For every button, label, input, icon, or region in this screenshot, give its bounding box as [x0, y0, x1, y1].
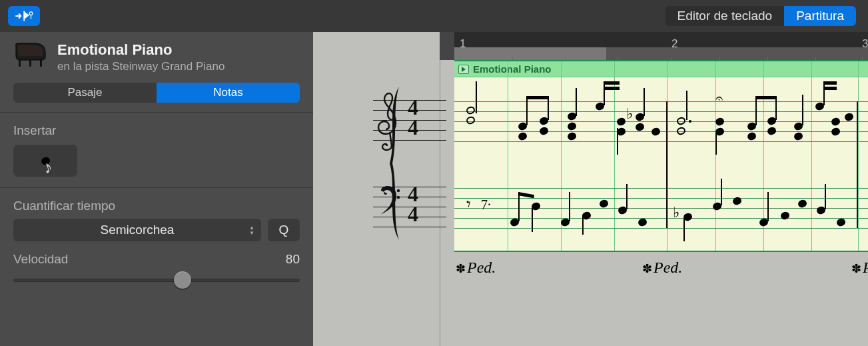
track-subtitle: en la pista Steinway Grand Piano	[57, 60, 224, 73]
score-area: Editor de teclado Partitura 1 2 3	[313, 0, 868, 346]
region-notes-segmented: Pasaje Notas	[0, 79, 313, 112]
bass-clef-icon	[376, 185, 401, 216]
midi-region[interactable]: Emotional Piano	[454, 60, 868, 252]
time-sig-denominator: 4	[408, 117, 418, 137]
tab-keyboard-editor[interactable]: Editor de teclado	[665, 6, 785, 26]
quantize-label: Cuantificar tiempo	[0, 196, 313, 216]
barline	[857, 101, 858, 228]
track-info: Emotional Piano en la pista Steinway Gra…	[57, 41, 224, 73]
bar-ruler[interactable]: 1 2 3	[440, 32, 868, 60]
time-sig-denominator: 4	[408, 204, 418, 224]
slider-track	[13, 279, 300, 282]
treble-clef-icon	[376, 89, 402, 153]
score-editor-root: Emotional Piano en la pista Steinway Gra…	[0, 0, 868, 346]
score-paper[interactable]: 4 4 4 4 Emotional Piano	[313, 60, 868, 346]
pedal-mark: Ped.	[456, 259, 496, 277]
playhead-gutter	[440, 32, 454, 60]
clef-area: 4 4 4 4	[366, 87, 446, 240]
ruler-region-played	[454, 47, 606, 60]
eighth-note-icon: ♪	[40, 156, 51, 165]
inspector-top-strip	[0, 0, 313, 32]
velocity-slider[interactable]	[13, 273, 300, 287]
slider-knob[interactable]	[174, 271, 191, 289]
svg-point-7	[397, 196, 400, 199]
view-mode-tabs: Editor de teclado Partitura	[313, 0, 868, 32]
catch-playhead-button[interactable]	[8, 6, 40, 26]
pedal-mark: Ped.	[642, 259, 682, 277]
track-header: Emotional Piano en la pista Steinway Gra…	[0, 32, 313, 79]
insert-label: Insertar	[0, 121, 313, 141]
tab-region[interactable]: Pasaje	[13, 83, 157, 103]
grand-piano-icon	[13, 41, 48, 68]
svg-rect-3	[19, 60, 21, 67]
velocity-value: 80	[286, 252, 300, 267]
quantize-value-text: Semicorchea	[101, 223, 175, 237]
region-play-button[interactable]	[458, 65, 469, 74]
tab-notes[interactable]: Notas	[157, 83, 300, 103]
bar-number: 1	[460, 37, 466, 51]
quantize-apply-button[interactable]: Q	[268, 219, 300, 241]
time-sig-numerator: 4	[408, 97, 418, 117]
velocity-label: Velocidad	[13, 252, 68, 267]
svg-rect-5	[29, 60, 31, 67]
svg-rect-4	[40, 60, 42, 67]
region-name: Emotional Piano	[473, 63, 552, 75]
svg-point-6	[397, 189, 400, 192]
bar-number: 3	[862, 37, 868, 51]
catch-playhead-icon	[14, 9, 34, 23]
svg-rect-2	[31, 15, 31, 19]
track-title: Emotional Piano	[57, 41, 224, 59]
insert-note-value-select[interactable]: ♪ ▲▼	[13, 145, 77, 177]
barline	[666, 101, 667, 228]
tab-score[interactable]: Partitura	[784, 6, 856, 26]
inspector-panel: Emotional Piano en la pista Steinway Gra…	[0, 0, 313, 346]
quantize-value-select[interactable]: Semicorchea ▲▼	[13, 219, 261, 241]
region-header[interactable]: Emotional Piano	[454, 61, 868, 77]
pedal-mark: Ped.	[851, 259, 868, 277]
divider	[0, 187, 313, 188]
svg-point-1	[29, 12, 33, 15]
time-sig-numerator: 4	[408, 184, 418, 204]
play-icon	[461, 67, 466, 72]
stepper-icon: ▲▼	[249, 225, 254, 235]
divider	[0, 112, 313, 113]
bar-number: 2	[671, 37, 677, 51]
